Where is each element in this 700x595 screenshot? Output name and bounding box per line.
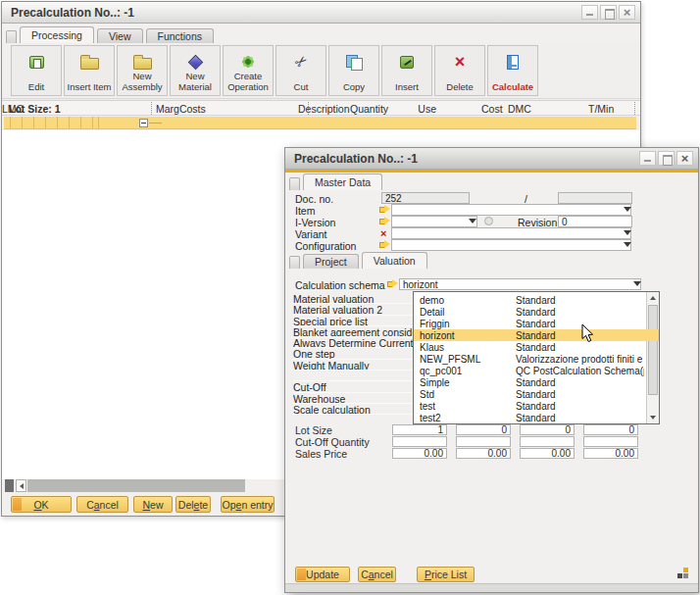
dropdown-option[interactable]: horizont Standard bbox=[414, 329, 659, 341]
subtab[interactable]: Project bbox=[303, 254, 359, 269]
toolbar-button[interactable]: New Material bbox=[170, 45, 221, 96]
action-button[interactable]: Cancel bbox=[76, 496, 128, 513]
error-x-icon: × bbox=[380, 228, 386, 238]
dropdown-option[interactable]: Friggin Standard bbox=[414, 318, 659, 329]
chevron-down-icon[interactable] bbox=[469, 219, 476, 223]
revision-field[interactable]: 0 bbox=[558, 216, 632, 227]
toolbar-button-label: Delete bbox=[446, 82, 473, 93]
tab-master-data[interactable]: Master Data bbox=[303, 174, 382, 190]
link-arrow-icon[interactable] bbox=[379, 240, 390, 249]
scroll-track[interactable] bbox=[27, 479, 245, 492]
item-label: Item bbox=[295, 205, 315, 217]
dropdown-option[interactable]: demo Standard bbox=[414, 294, 659, 306]
numeric-field[interactable] bbox=[392, 436, 447, 447]
grid-column-header[interactable]: Description bbox=[298, 103, 345, 115]
chevron-down-icon[interactable] bbox=[624, 230, 631, 235]
link-arrow-icon[interactable] bbox=[379, 205, 390, 214]
scroll-split-box[interactable] bbox=[5, 479, 14, 492]
scroll-left-icon[interactable] bbox=[16, 479, 26, 492]
numeric-field[interactable] bbox=[583, 436, 638, 447]
iversion-combo[interactable] bbox=[391, 216, 477, 227]
chevron-down-icon[interactable] bbox=[633, 281, 641, 286]
numeric-field[interactable]: 0.00 bbox=[583, 448, 638, 459]
action-button[interactable]: Price List bbox=[417, 567, 475, 582]
dropdown-option[interactable]: test Standard bbox=[414, 400, 659, 412]
link-arrow-icon[interactable] bbox=[387, 279, 398, 288]
action-button[interactable]: OK bbox=[11, 496, 72, 513]
toolbar-button-label: Calculate bbox=[492, 82, 533, 93]
toolbar-button[interactable]: Create Operation bbox=[223, 45, 274, 96]
toolbar-button[interactable]: Delete bbox=[434, 45, 485, 96]
variant-combo[interactable] bbox=[391, 227, 631, 239]
front-window-titlebar[interactable]: Precalculation No..: -1 bbox=[285, 148, 698, 170]
grid-column-header[interactable]: LMC bbox=[2, 103, 24, 115]
valuation-settings: Material valuation Material valuation 2 … bbox=[293, 293, 413, 415]
grid-column-header[interactable]: T/Min bbox=[588, 103, 614, 115]
variant-label: Variant bbox=[295, 228, 327, 240]
resize-grip-icon[interactable] bbox=[677, 568, 688, 578]
dropdown-option[interactable]: Klaus Standard bbox=[414, 341, 659, 353]
toolbar-button[interactable]: Cut bbox=[275, 45, 326, 96]
grid-column-header[interactable]: Cost bbox=[481, 103, 503, 115]
folder-icon bbox=[80, 58, 99, 70]
subtab[interactable]: Valuation bbox=[362, 252, 427, 269]
tree-collapse-icon[interactable] bbox=[139, 119, 148, 127]
action-button[interactable]: New bbox=[133, 496, 173, 513]
item-combo[interactable] bbox=[391, 204, 631, 216]
grid-column-header[interactable]: MargCosts bbox=[156, 103, 206, 115]
close-icon[interactable] bbox=[619, 5, 635, 20]
numeric-field[interactable]: 0.00 bbox=[392, 448, 447, 459]
action-button[interactable]: Update bbox=[295, 567, 350, 582]
minimize-icon[interactable] bbox=[581, 5, 598, 20]
dropdown-option[interactable]: qc_pc001 QC PostCalculation Schema(pc_20… bbox=[414, 365, 659, 376]
dropdown-option[interactable]: Std Standard bbox=[414, 388, 659, 400]
tab-label: View bbox=[109, 30, 131, 42]
grid-column-header[interactable]: Use bbox=[396, 103, 436, 115]
tab[interactable]: Functions bbox=[146, 28, 215, 43]
front-window-title: Precalculation No..: -1 bbox=[294, 152, 418, 166]
numeric-field[interactable]: 0.00 bbox=[456, 448, 511, 459]
toolbar-button[interactable]: Insert bbox=[381, 45, 432, 96]
grid-selected-row[interactable] bbox=[4, 117, 636, 129]
numeric-field[interactable] bbox=[456, 436, 511, 447]
configuration-combo[interactable] bbox=[391, 239, 631, 251]
back-window-titlebar[interactable]: Precalculation No..: -1 bbox=[2, 2, 640, 24]
chevron-down-icon[interactable] bbox=[624, 242, 631, 247]
dropdown-option[interactable]: Simple Standard bbox=[414, 376, 659, 388]
valuation-tabstrip: Project Valuation bbox=[285, 253, 698, 269]
maximize-icon[interactable] bbox=[600, 5, 617, 20]
toolbar-button[interactable]: Calculate bbox=[487, 45, 538, 96]
minimize-icon[interactable] bbox=[639, 151, 656, 166]
numeric-field[interactable]: 0 bbox=[520, 424, 575, 435]
numeric-field[interactable]: 0 bbox=[456, 424, 511, 435]
tab[interactable]: View bbox=[97, 28, 143, 43]
toolbar-button[interactable]: Insert Item bbox=[64, 45, 115, 96]
toolbar-button[interactable]: Edit bbox=[11, 45, 62, 96]
close-icon[interactable] bbox=[676, 151, 693, 166]
toolbar-button[interactable]: New Assembly bbox=[117, 45, 168, 96]
doc-no-field[interactable]: 252 bbox=[381, 192, 470, 204]
calc-schema-combo[interactable]: horizont bbox=[399, 278, 641, 290]
action-button[interactable]: Open entry bbox=[221, 496, 275, 513]
numeric-field[interactable]: 1 bbox=[392, 424, 447, 435]
precalculation-master-data-window: Precalculation No..: -1 Master Data Doc.… bbox=[284, 147, 699, 593]
grid-column-header[interactable]: DMC bbox=[508, 103, 531, 115]
dropdown-option[interactable]: test2 Standard bbox=[414, 412, 659, 423]
numeric-field[interactable] bbox=[520, 436, 575, 447]
toolbar-button-label: New Material bbox=[171, 72, 220, 92]
numeric-field[interactable]: 0 bbox=[583, 424, 638, 435]
maximize-icon[interactable] bbox=[658, 151, 675, 166]
dropdown-option[interactable]: Detail Standard bbox=[414, 306, 659, 318]
tab-label: Processing bbox=[31, 29, 82, 41]
chevron-down-icon[interactable] bbox=[624, 207, 631, 212]
link-arrow-icon[interactable] bbox=[379, 217, 390, 225]
action-button[interactable]: Delete bbox=[175, 496, 211, 513]
doc-no2-field[interactable] bbox=[558, 192, 632, 204]
master-data-tabstrip: Master Data bbox=[285, 174, 698, 190]
toolbar-button[interactable]: Copy bbox=[328, 45, 379, 96]
dropdown-option[interactable]: NEW_PFSML Valorizzazione prodotti finiti… bbox=[414, 353, 659, 365]
grid-column-header[interactable]: Quantity bbox=[350, 103, 388, 115]
numeric-field[interactable]: 0.00 bbox=[520, 448, 575, 459]
action-button[interactable]: Cancel bbox=[358, 567, 396, 582]
tab[interactable]: Processing bbox=[20, 26, 94, 43]
